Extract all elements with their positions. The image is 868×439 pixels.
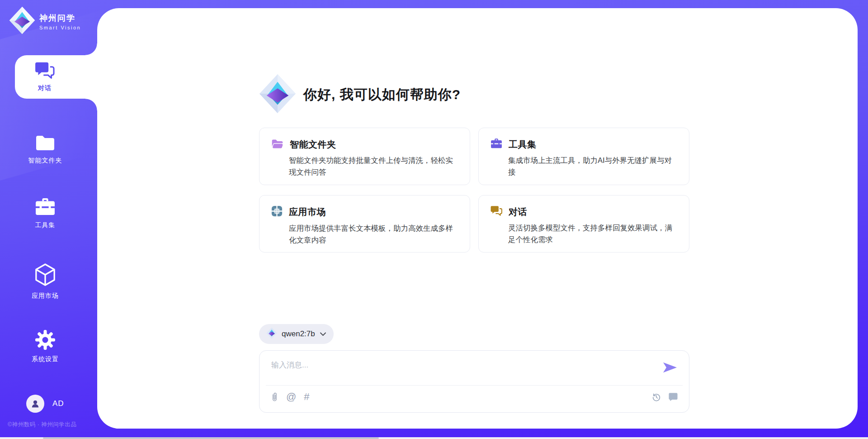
card-description: 灵活切换多模型文件，支持多样回复效果调试，满足个性化需求 (508, 222, 677, 245)
history-icon[interactable] (651, 392, 661, 402)
copyright-footer: ©神州数码 · 神州问学出品 (8, 421, 76, 429)
card-description: 集成市场上主流工具，助力AI与外界无缝扩展与对接 (508, 155, 677, 178)
attach-icon[interactable] (270, 391, 278, 402)
composer-divider (266, 385, 683, 386)
hash-icon[interactable]: # (304, 392, 309, 402)
sidebar-item-chat[interactable]: 对话 (15, 55, 97, 99)
sidebar-item-label: 系统设置 (32, 355, 59, 363)
briefcase-icon (35, 198, 56, 218)
card-title: 应用市场 (289, 206, 326, 218)
folder-icon (35, 134, 55, 153)
greeting-title: 你好, 我可以如何帮助你? (303, 86, 461, 104)
user-name: AD (52, 399, 64, 408)
chevron-down-icon (320, 330, 326, 338)
horizontal-scrollbar-thumb[interactable] (43, 437, 379, 439)
toolbox-icon (491, 138, 502, 151)
chat-bubbles-icon (491, 205, 502, 218)
cube-icon (34, 263, 56, 288)
hero: 你好, 我可以如何帮助你? (259, 74, 689, 115)
card-title: 智能文件夹 (290, 138, 336, 151)
mention-icon[interactable]: @ (286, 392, 296, 402)
brand-name: 神州问学 (39, 13, 81, 24)
message-input[interactable] (270, 359, 661, 382)
avatar (26, 395, 44, 413)
sidebar-item-label: 对话 (38, 84, 52, 92)
grid-icon (271, 205, 283, 219)
composer-toolbar: @ # (270, 391, 678, 402)
model-selector[interactable]: qwen2:7b (259, 324, 334, 344)
send-icon[interactable] (663, 362, 677, 373)
gear-icon (35, 330, 55, 352)
open-folder-icon (271, 138, 283, 151)
model-name: qwen2:7b (282, 329, 315, 339)
sidebar-item-label: 工具集 (35, 221, 56, 229)
card-smart-folders[interactable]: 智能文件夹 智能文件夹功能支持批量文件上传与清洗，轻松实现文件问答 (259, 128, 470, 185)
message-composer: @ # (259, 350, 689, 413)
sidebar-item-label: 应用市场 (32, 292, 59, 300)
chat-icon (35, 62, 55, 81)
card-description: 应用市场提供丰富长文本模板，助力高效生成多样化文章内容 (289, 223, 458, 246)
brand-subtitle: Smart Vision (39, 25, 81, 30)
model-logo-icon (266, 327, 277, 341)
sidebar: 神州问学 Smart Vision 对话 智能文件夹 (0, 0, 97, 439)
sidebar-item-label: 智能文件夹 (28, 157, 62, 165)
feature-cards: 智能文件夹 智能文件夹功能支持批量文件上传与清洗，轻松实现文件问答 (259, 128, 689, 253)
feedback-icon[interactable] (668, 392, 678, 401)
sidebar-item-market[interactable]: 应用市场 (0, 263, 90, 300)
sidebar-item-folders[interactable]: 智能文件夹 (0, 134, 90, 165)
sidebar-item-settings[interactable]: 系统设置 (0, 330, 90, 363)
brand-text: 神州问学 Smart Vision (39, 13, 81, 30)
card-title: 工具集 (509, 138, 537, 151)
card-app-market[interactable]: 应用市场 应用市场提供丰富长文本模板，助力高效生成多样化文章内容 (259, 195, 470, 253)
card-title: 对话 (509, 206, 527, 218)
card-chat[interactable]: 对话 灵活切换多模型文件，支持多样回复效果调试，满足个性化需求 (478, 195, 689, 253)
user-account[interactable]: AD (26, 395, 64, 413)
brand: 神州问学 Smart Vision (9, 6, 81, 36)
brand-logo-icon (9, 6, 35, 36)
card-description: 智能文件夹功能支持批量文件上传与清洗，轻松实现文件问答 (289, 155, 458, 178)
main-panel: 你好, 我可以如何帮助你? 智能文件夹 智能文件夹功能支持批量文件上传与清洗，轻… (97, 8, 858, 429)
app-window: 神州问学 Smart Vision 对话 智能文件夹 (0, 0, 868, 439)
app-logo-icon (259, 74, 296, 115)
sidebar-item-tools[interactable]: 工具集 (0, 198, 90, 229)
card-toolset[interactable]: 工具集 集成市场上主流工具，助力AI与外界无缝扩展与对接 (478, 128, 689, 185)
horizontal-scrollbar-track (0, 437, 868, 439)
